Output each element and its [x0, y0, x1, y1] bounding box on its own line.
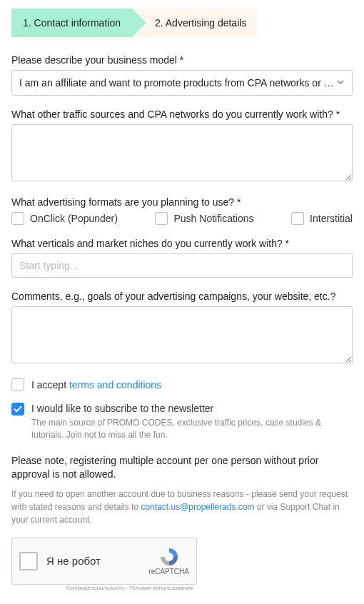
multiple-account-note: Please note, registering multiple accoun… — [11, 454, 353, 482]
step-tabs: 1. Contact information 2. Advertising de… — [11, 9, 353, 37]
format-push-label: Push Notifications — [173, 213, 253, 224]
recaptcha-checkbox[interactable] — [19, 552, 38, 570]
newsletter-title: I would like to subscribe to the newslet… — [31, 403, 353, 414]
ad-formats-label: What advertising formats are you plannin… — [11, 196, 353, 208]
terms-text: I accept terms and conditions — [31, 379, 161, 391]
format-onclick[interactable]: OnClick (Popunder) — [11, 212, 118, 225]
comments-field: Comments, e.g., goals of your advertisin… — [11, 291, 353, 366]
traffic-sources-field: What other traffic sources and CPA netwo… — [11, 109, 353, 183]
newsletter-row: I would like to subscribe to the newslet… — [11, 403, 353, 441]
checkbox-icon[interactable] — [155, 212, 168, 225]
newsletter-checkbox[interactable] — [11, 403, 24, 416]
format-onclick-label: OnClick (Popunder) — [30, 213, 118, 224]
traffic-sources-textarea[interactable] — [11, 124, 353, 181]
comments-label: Comments, e.g., goals of your advertisin… — [11, 291, 353, 302]
traffic-sources-label: What other traffic sources and CPA netwo… — [11, 109, 353, 120]
terms-row: I accept terms and conditions — [11, 378, 353, 391]
ad-formats-field: What advertising formats are you plannin… — [11, 196, 353, 225]
contact-email-link[interactable]: contact.us@propellerads.com — [141, 502, 254, 512]
another-account-note: If you need to open another account due … — [11, 488, 353, 526]
recaptcha-widget[interactable]: Я не робот reCAPTCHA — [11, 538, 197, 585]
newsletter-desc: The main source of PROMO CODES, exclusiv… — [31, 417, 353, 441]
verticals-field: What verticals and market niches do you … — [11, 238, 353, 278]
recaptcha-icon — [158, 546, 180, 568]
chevron-down-icon — [336, 77, 345, 89]
recaptcha-name: reCAPTCHA — [148, 568, 189, 575]
format-interstitial[interactable]: Interstitial — [291, 212, 353, 225]
checkbox-icon[interactable] — [291, 212, 304, 225]
business-model-label: Please describe your business model — [11, 54, 353, 66]
verticals-input[interactable] — [11, 253, 353, 278]
business-model-field: Please describe your business model I am… — [11, 54, 353, 96]
verticals-label: What verticals and market niches do you … — [11, 238, 353, 249]
comments-textarea[interactable] — [11, 306, 353, 363]
business-model-select[interactable]: I am an affiliate and want to promote pr… — [11, 70, 353, 96]
step-contact-info[interactable]: 1. Contact information — [11, 9, 132, 37]
format-push[interactable]: Push Notifications — [155, 212, 253, 225]
business-model-value: I am an affiliate and want to promote pr… — [19, 77, 336, 89]
recaptcha-label: Я не робот — [46, 555, 101, 567]
terms-checkbox[interactable] — [11, 378, 24, 391]
recaptcha-logo: reCAPTCHA — [148, 546, 189, 575]
checkbox-icon[interactable] — [11, 212, 24, 225]
terms-prefix: I accept — [31, 379, 69, 391]
step-advertising-details[interactable]: 2. Advertising details — [132, 9, 258, 37]
format-interstitial-label: Interstitial — [310, 213, 353, 224]
terms-link[interactable]: terms and conditions — [69, 379, 161, 391]
recaptcha-privacy: Конфиденциальность - Условия использован… — [11, 585, 197, 591]
